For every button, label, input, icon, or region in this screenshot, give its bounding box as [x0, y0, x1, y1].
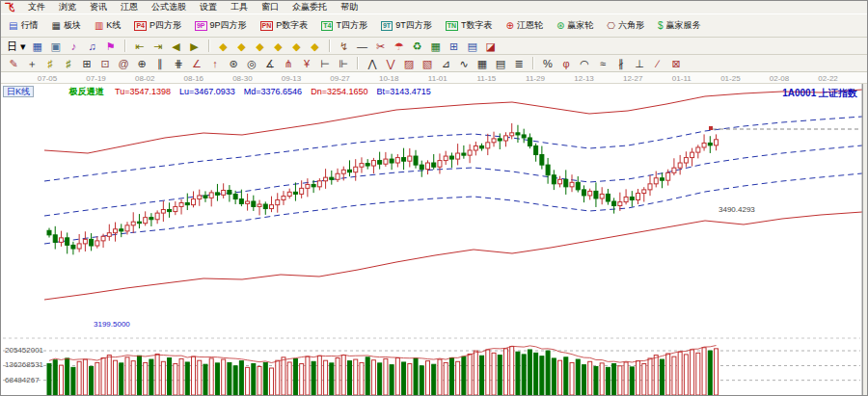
- band-icon[interactable]: ≈: [596, 58, 610, 69]
- winner-service-button[interactable]: $赢家服务: [654, 16, 705, 35]
- flag-icon[interactable]: ⚑: [104, 40, 118, 52]
- umbrella-icon[interactable]: ☂: [393, 40, 406, 52]
- p-square-button[interactable]: P4P四方形: [130, 16, 185, 35]
- toolbar-label: T数字表: [461, 19, 493, 32]
- last-bar-icon[interactable]: ⇥: [151, 40, 165, 52]
- gann-wheel-button[interactable]: ⊕江恩轮: [502, 16, 546, 35]
- zoom-out-icon[interactable]: ◆: [254, 40, 267, 52]
- percent-icon[interactable]: %: [541, 58, 555, 69]
- wave-count-icon[interactable]: ⋀: [366, 58, 379, 69]
- select-zone-icon[interactable]: ▧: [420, 58, 434, 69]
- period-tab[interactable]: 日K线: [3, 86, 34, 97]
- recycle-icon[interactable]: ♻: [411, 40, 424, 52]
- volume-axis-label: 68484267: [5, 376, 40, 384]
- channel-icon[interactable]: ∦: [614, 58, 628, 69]
- measure-icon[interactable]: ⊢: [318, 58, 332, 69]
- hexagon-button[interactable]: ⎔六角形: [603, 16, 648, 35]
- ninep-square-button[interactable]: 9P9P四方形: [191, 16, 251, 35]
- menu-item-资讯[interactable]: 资讯: [90, 1, 107, 13]
- report-icon[interactable]: ▤: [466, 40, 479, 52]
- t-number-table-icon: TN: [446, 21, 458, 31]
- compress-horizontal-icon[interactable]: ◆: [217, 40, 231, 52]
- price-label-icon[interactable]: ¥: [300, 58, 313, 69]
- expand-vertical-icon[interactable]: ◆: [309, 40, 322, 52]
- menu-item-浏览[interactable]: 浏览: [59, 1, 76, 13]
- gann-wheel-icon: ⊕: [505, 21, 513, 31]
- chart-right-border: [862, 84, 868, 396]
- price-volume-chart[interactable]: [1, 84, 868, 396]
- crosshair-icon[interactable]: ＋: [25, 58, 39, 69]
- sectors-button[interactable]: ▦板块: [47, 16, 84, 35]
- menu-item-众赢委托[interactable]: 众赢委托: [292, 1, 327, 13]
- circle-rings-icon[interactable]: ⊕: [135, 58, 149, 69]
- first-bar-icon[interactable]: ⇤: [133, 40, 147, 52]
- gann-grid-large-icon[interactable]: ♯: [62, 58, 75, 69]
- winner-wheel-button[interactable]: ⊛赢家轮: [553, 16, 597, 35]
- prev-bar-icon[interactable]: ◀: [170, 40, 183, 52]
- angle-icon[interactable]: ∡: [263, 58, 277, 69]
- delete-draw-icon[interactable]: ⊠: [669, 58, 683, 69]
- t-number-table-button[interactable]: TNT数字表: [442, 16, 497, 35]
- p-square-icon: P4: [134, 21, 147, 31]
- parallel-lines-icon[interactable]: ∥: [153, 58, 167, 69]
- zoom-in-icon[interactable]: ◆: [272, 40, 285, 52]
- grid-dense-icon[interactable]: ⋕: [172, 58, 185, 69]
- gann-grid-small-icon[interactable]: ♯: [43, 58, 57, 69]
- window-layout-icon[interactable]: ▦: [31, 40, 44, 52]
- circle-arc-icon[interactable]: ◠: [578, 58, 591, 69]
- period-selector[interactable]: 日 ▾: [7, 40, 26, 52]
- fan-lines-icon[interactable]: ∠: [190, 58, 203, 69]
- toolbar-label: 六角形: [618, 19, 644, 32]
- kline-button[interactable]: ▥K线: [91, 16, 124, 35]
- menu-item-工具[interactable]: 工具: [231, 1, 248, 13]
- golden-ratio-icon[interactable]: φ: [559, 58, 573, 69]
- ninet-square-button[interactable]: 9T9T四方形: [377, 16, 436, 35]
- next-bar-icon[interactable]: ▶: [188, 40, 202, 52]
- list-icon[interactable]: ▤: [494, 58, 507, 69]
- calendar-icon[interactable]: ▦: [429, 40, 443, 52]
- slope-icon[interactable]: ⊿: [439, 58, 452, 69]
- cycle-circle-icon[interactable]: ⊛: [227, 58, 240, 69]
- fib-levels-icon[interactable]: ≣: [512, 58, 526, 69]
- p-number-table-button[interactable]: PNP数字表: [257, 16, 312, 35]
- toolbar-icons: 日 ▾▦▣♪♫⚑⇤⇥◀▶◆◆◆◆◆◆↯—✂☂♻▦⊞▤◪: [1, 38, 868, 55]
- save-screen-icon[interactable]: ▣: [49, 40, 63, 52]
- grid-table-icon[interactable]: ▦: [475, 58, 489, 69]
- rect-zone-icon[interactable]: ▨: [402, 58, 416, 69]
- menu-item-文件[interactable]: 文件: [28, 1, 45, 13]
- ruler-icon[interactable]: ⊩: [337, 58, 350, 69]
- expand-horizontal-icon[interactable]: ◆: [235, 40, 249, 52]
- date-label: 02-22: [818, 74, 837, 83]
- extend-line-icon[interactable]: ∕: [651, 58, 665, 69]
- pencil-icon[interactable]: ✎: [7, 58, 20, 69]
- zigzag-icon[interactable]: ⋁: [384, 58, 397, 69]
- symbol-label: 1A0001 上证指数: [782, 87, 857, 100]
- toolbar-label: P四方形: [149, 19, 181, 32]
- pitchfork-icon[interactable]: ⋔: [282, 58, 295, 69]
- menu-item-窗口[interactable]: 窗口: [261, 1, 279, 13]
- cursor-mode-icon[interactable]: ↯: [338, 40, 351, 52]
- chart-area[interactable]: 日K线 极反通道 Tu=3547.1398Lu=3467.0933Md=3376…: [1, 84, 868, 396]
- wave-icon[interactable]: ∿: [457, 58, 471, 69]
- menu-item-公式选股[interactable]: 公式选股: [151, 1, 186, 13]
- spiral-icon[interactable]: @: [117, 58, 130, 69]
- melody-icon[interactable]: ♫: [86, 40, 99, 52]
- toolbar-separator: [208, 40, 210, 52]
- trendline-icon[interactable]: —: [356, 40, 369, 52]
- regression-icon[interactable]: ⊥: [633, 58, 646, 69]
- gann-square-icon[interactable]: ⊡: [98, 58, 112, 69]
- menu-item-设置[interactable]: 设置: [200, 1, 217, 13]
- toolbar-label: 行情: [20, 19, 38, 32]
- scissors-icon[interactable]: ✂: [374, 40, 388, 52]
- arrow-tool-icon[interactable]: ↑: [208, 58, 222, 69]
- quotes-button[interactable]: ▤行情: [5, 16, 41, 35]
- t-square-button[interactable]: T4T四方形: [317, 16, 371, 35]
- exit-icon[interactable]: ◪: [484, 40, 498, 52]
- gann-box-icon[interactable]: ⊞: [80, 58, 94, 69]
- target-icon[interactable]: ◎: [245, 58, 258, 69]
- compress-vertical-icon[interactable]: ◆: [290, 40, 304, 52]
- calculator-icon[interactable]: ⊞: [448, 40, 461, 52]
- note-icon[interactable]: ♪: [68, 40, 81, 52]
- menu-item-江恩[interactable]: 江恩: [121, 1, 138, 13]
- menu-item-帮助[interactable]: 帮助: [340, 1, 358, 13]
